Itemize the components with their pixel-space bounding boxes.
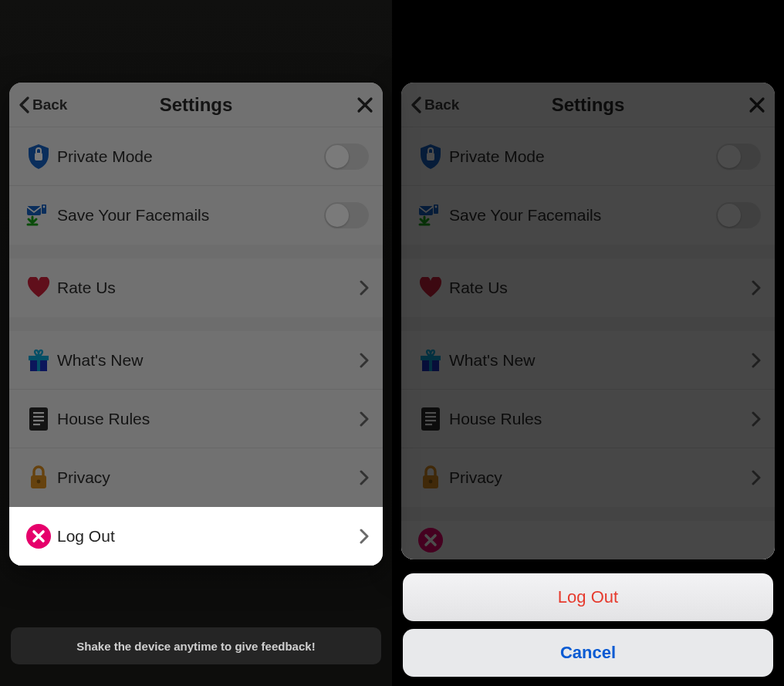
row-label: Private Mode: [449, 147, 716, 166]
row-label: Privacy: [57, 468, 360, 487]
screenshot-left: Back Settings Private Mode: [0, 0, 392, 686]
row-label: Log Out: [57, 527, 360, 546]
logout-icon: [412, 529, 449, 553]
row-private-mode[interactable]: Private Mode: [401, 127, 775, 186]
toggle-save-facemails[interactable]: [716, 202, 761, 228]
gift-icon: [20, 348, 57, 373]
chevron-right-icon: [752, 353, 761, 368]
svg-point-14: [26, 524, 51, 549]
svg-rect-6: [37, 356, 40, 371]
back-button[interactable]: Back: [411, 96, 459, 113]
close-button[interactable]: [357, 96, 373, 113]
row-log-out[interactable]: Log Out: [9, 507, 383, 566]
svg-rect-23: [425, 412, 436, 414]
svg-rect-15: [427, 153, 434, 161]
close-button[interactable]: [749, 96, 765, 113]
close-icon: [357, 96, 373, 113]
svg-rect-9: [33, 416, 44, 417]
row-privacy[interactable]: Privacy: [9, 448, 383, 507]
save-mail-icon: [412, 203, 449, 228]
svg-rect-1: [27, 206, 41, 215]
row-private-mode[interactable]: Private Mode: [9, 127, 383, 186]
row-log-out-peek: [401, 521, 775, 559]
group-separator: [401, 507, 775, 521]
action-cancel[interactable]: Cancel: [403, 629, 773, 677]
sheet-header: Back Settings: [9, 83, 383, 127]
svg-rect-24: [425, 416, 436, 417]
row-whats-new[interactable]: What's New: [9, 331, 383, 390]
shield-lock-icon: [20, 144, 57, 170]
row-save-facemails[interactable]: Save Your Facemails: [9, 186, 383, 245]
row-label: Save Your Facemails: [57, 206, 324, 225]
document-icon: [412, 407, 449, 431]
row-house-rules[interactable]: House Rules: [401, 390, 775, 448]
screenshot-right: Back Settings Private Mode: [392, 0, 784, 686]
feedback-label: Shake the device anytime to give feedbac…: [76, 640, 315, 653]
row-label: What's New: [57, 351, 360, 370]
svg-point-28: [429, 480, 433, 484]
row-label: Private Mode: [57, 147, 324, 166]
svg-rect-10: [33, 420, 44, 421]
group-separator: [9, 317, 383, 331]
chevron-right-icon: [360, 529, 369, 544]
svg-rect-21: [429, 356, 432, 371]
group-separator: [9, 245, 383, 259]
action-label: Cancel: [560, 643, 616, 663]
toggle-private-mode[interactable]: [324, 144, 369, 170]
action-label: Log Out: [558, 587, 618, 607]
back-button[interactable]: Back: [19, 96, 67, 113]
svg-rect-26: [425, 424, 432, 425]
row-label: Rate Us: [57, 279, 360, 297]
chevron-right-icon: [360, 470, 369, 485]
row-label: House Rules: [449, 410, 752, 428]
close-icon: [749, 96, 765, 113]
svg-rect-25: [425, 420, 436, 421]
chevron-right-icon: [752, 280, 761, 296]
svg-point-3: [43, 206, 46, 208]
group-separator: [401, 245, 775, 259]
group-separator: [401, 317, 775, 331]
lock-icon: [20, 465, 57, 490]
svg-rect-0: [35, 153, 42, 161]
row-privacy[interactable]: Privacy: [401, 448, 775, 507]
gift-icon: [412, 348, 449, 373]
svg-rect-8: [33, 412, 44, 414]
back-label: Back: [424, 96, 459, 113]
settings-sheet: Back Settings Private Mode: [9, 83, 383, 566]
row-label: Rate Us: [449, 279, 752, 297]
settings-sheet: Back Settings Private Mode: [401, 83, 775, 559]
save-mail-icon: [20, 203, 57, 228]
row-label: Privacy: [449, 468, 752, 487]
toggle-private-mode[interactable]: [716, 144, 761, 170]
action-log-out[interactable]: Log Out: [403, 573, 773, 621]
document-icon: [20, 407, 57, 431]
heart-icon: [20, 277, 57, 299]
chevron-right-icon: [360, 411, 369, 427]
row-save-facemails[interactable]: Save Your Facemails: [401, 186, 775, 245]
chevron-right-icon: [752, 411, 761, 427]
toggle-save-facemails[interactable]: [324, 202, 369, 228]
svg-rect-16: [419, 206, 433, 215]
feedback-banner[interactable]: Shake the device anytime to give feedbac…: [11, 627, 381, 664]
svg-point-18: [435, 206, 438, 208]
chevron-right-icon: [360, 280, 369, 296]
chevron-right-icon: [360, 353, 369, 368]
logout-icon: [20, 523, 57, 549]
svg-rect-22: [421, 407, 440, 431]
sheet-header: Back Settings: [401, 83, 775, 127]
shield-lock-icon: [412, 144, 449, 170]
back-label: Back: [32, 96, 67, 113]
chevron-left-icon: [19, 96, 29, 113]
row-rate-us[interactable]: Rate Us: [9, 259, 383, 317]
row-rate-us[interactable]: Rate Us: [401, 259, 775, 317]
row-label: House Rules: [57, 410, 360, 428]
chevron-right-icon: [752, 470, 761, 485]
heart-icon: [412, 277, 449, 299]
lock-icon: [412, 465, 449, 490]
row-house-rules[interactable]: House Rules: [9, 390, 383, 448]
row-label: What's New: [449, 351, 752, 370]
svg-point-13: [37, 480, 41, 484]
row-label: Save Your Facemails: [449, 206, 716, 225]
row-whats-new[interactable]: What's New: [401, 331, 775, 390]
action-sheet: Log Out Cancel: [403, 566, 773, 677]
